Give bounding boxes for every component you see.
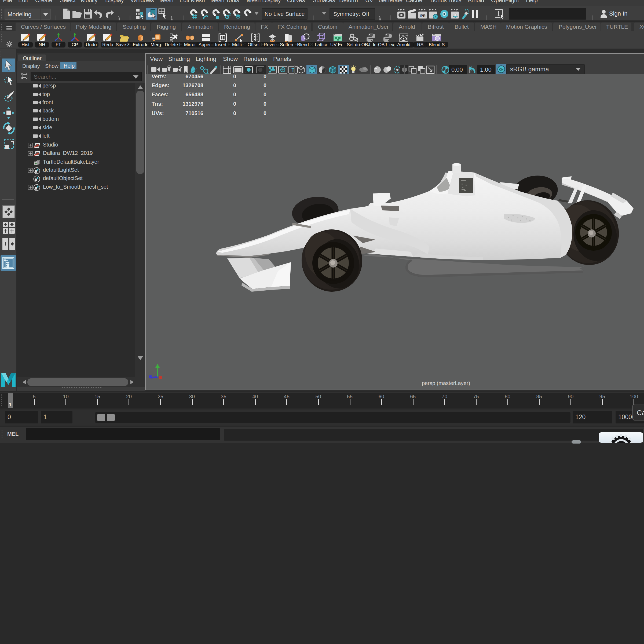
svg-text:ON: ON: [499, 68, 504, 71]
svg-text:IPR: IPR: [420, 14, 426, 18]
